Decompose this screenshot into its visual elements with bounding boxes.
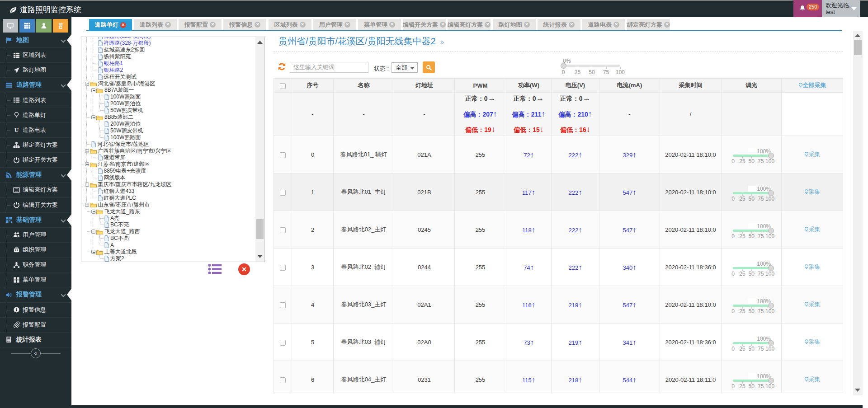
svg-text:U: U <box>14 127 19 134</box>
